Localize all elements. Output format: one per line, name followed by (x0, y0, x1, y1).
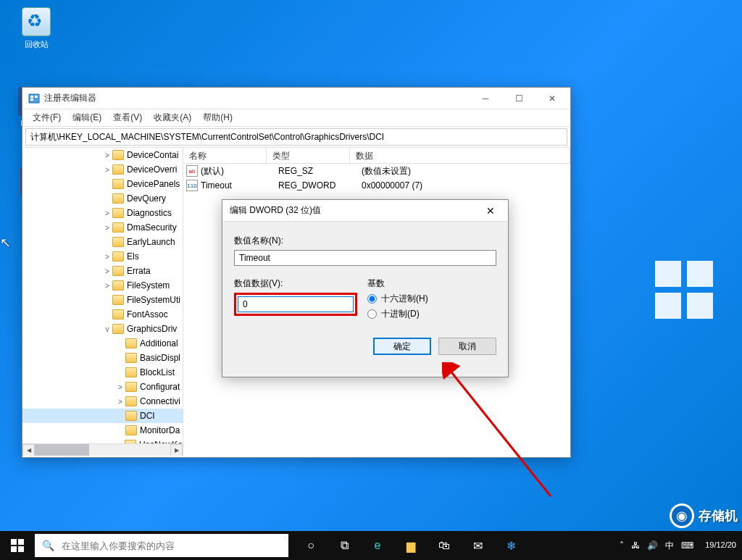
windows-icon (11, 539, 24, 552)
tree-label: Errata (127, 266, 151, 276)
tree-item-fontassoc[interactable]: FontAssoc (22, 307, 183, 322)
tree-label: DeviceOverri (127, 164, 177, 175)
svg-rect-5 (11, 539, 17, 545)
ok-button[interactable]: 确定 (373, 338, 431, 355)
tree-expander-icon[interactable]: > (102, 267, 112, 275)
taskbar-clock[interactable]: 19/12/20 (699, 540, 742, 550)
tree-item-graphicsdriv[interactable]: vGraphicsDriv (22, 322, 183, 336)
radio-dec[interactable]: 十进制(D) (367, 308, 496, 320)
tree-item-connectivi[interactable]: >Connectivi (22, 394, 183, 409)
value-row[interactable]: ab(默认)REG_SZ(数值未设置) (183, 164, 570, 178)
column-name[interactable]: 名称 (183, 148, 267, 163)
explorer-icon[interactable]: ▆ (394, 531, 428, 560)
tray-network-icon[interactable]: 🖧 (631, 540, 640, 551)
menubar: 文件(F) 编辑(E) 查看(V) 收藏夹(A) 帮助(H) (22, 109, 570, 127)
menu-view[interactable]: 查看(V) (107, 109, 148, 126)
taskbar-search[interactable]: 🔍 (35, 534, 288, 557)
window-title: 注册表编辑器 (44, 92, 469, 104)
tree-expander-icon[interactable]: v (102, 325, 112, 333)
radio-hex-input[interactable] (367, 294, 377, 304)
tree-expander-icon[interactable]: > (102, 166, 112, 174)
folder-icon (112, 280, 124, 291)
column-type[interactable]: 类型 (267, 148, 350, 163)
menu-file[interactable]: 文件(F) (27, 109, 67, 126)
name-label: 数值名称(N): (234, 235, 496, 247)
titlebar: 注册表编辑器 ─ ☐ ✕ (22, 88, 570, 109)
desktop-recycle-bin[interactable]: 回收站 (14, 7, 58, 50)
dialog-close-button[interactable]: ✕ (476, 201, 505, 221)
tree-item-dci[interactable]: DCI (22, 409, 183, 423)
tree-expander-icon[interactable]: > (102, 151, 112, 159)
tree-expander-icon[interactable]: > (102, 282, 112, 290)
tray-keyboard-icon[interactable]: ⌨ (681, 540, 693, 551)
regedit-window: 注册表编辑器 ─ ☐ ✕ 文件(F) 编辑(E) 查看(V) 收藏夹(A) 帮助… (22, 87, 571, 458)
task-view-icon[interactable]: ⧉ (328, 531, 361, 560)
tree-item-errata[interactable]: >Errata (22, 264, 183, 278)
tree-item-basicdispl[interactable]: BasicDispl (22, 351, 183, 365)
tree-item-devicecontai[interactable]: >DeviceContai (22, 148, 183, 162)
tree-expander-icon[interactable]: > (102, 209, 112, 217)
tree-item-filesystem[interactable]: >FileSystem (22, 278, 183, 293)
cancel-button[interactable]: 取消 (438, 338, 496, 355)
tree-expander-icon[interactable]: > (102, 253, 112, 261)
tree-item-devquery[interactable]: DevQuery (22, 191, 183, 206)
tree-item-diagnostics[interactable]: >Diagnostics (22, 206, 183, 220)
start-button[interactable] (0, 531, 35, 560)
tree-item-blocklist[interactable]: BlockList (22, 365, 183, 380)
folder-icon (125, 338, 137, 348)
radio-dec-input[interactable] (367, 309, 377, 319)
value-row[interactable]: 110TimeoutREG_DWORD0x00000007 (7) (183, 178, 570, 193)
tray-ime[interactable]: 中 (665, 540, 674, 552)
tree-item-deviceoverri[interactable]: >DeviceOverri (22, 162, 183, 177)
tree-item-dmasecurity[interactable]: >DmaSecurity (22, 220, 183, 235)
tree-horizontal-scrollbar[interactable]: ◀ ▶ (22, 443, 183, 456)
taskbar: 🔍 ○ ⧉ e ▆ 🛍 ✉ ❄ ˄ 🖧 🔊 中 ⌨ 19/12/20 (0, 531, 742, 560)
address-bar[interactable]: 计算机\HKEY_LOCAL_MACHINE\SYSTEM\CurrentCon… (25, 128, 567, 146)
tree-item-filesystemuti[interactable]: FileSystemUti (22, 293, 183, 307)
store-icon[interactable]: 🛍 (428, 531, 461, 560)
data-label: 数值数据(V): (234, 277, 357, 290)
recycle-bin-label: 回收站 (14, 39, 58, 50)
app-taskbar-icon[interactable]: ❄ (494, 531, 528, 560)
tree-label: DeviceContai (127, 150, 178, 160)
tree-expander-icon[interactable]: > (115, 383, 125, 391)
data-input[interactable] (238, 296, 354, 312)
tray-volume-icon[interactable]: 🔊 (647, 540, 658, 551)
tree-scroll[interactable]: >DeviceContai>DeviceOverriDevicePanelsDe… (22, 148, 183, 456)
radio-hex[interactable]: 十六进制(H) (367, 293, 496, 305)
folder-icon (112, 324, 124, 334)
tree-item-devicepanels[interactable]: DevicePanels (22, 177, 183, 191)
menu-favorites[interactable]: 收藏夹(A) (148, 109, 197, 126)
watermark: ◉ 存储机 (670, 503, 738, 528)
tree-label: Connectivi (140, 396, 180, 406)
tree-item-els[interactable]: >Els (22, 249, 183, 264)
column-data[interactable]: 数据 (350, 148, 570, 163)
scroll-thumb[interactable] (35, 444, 89, 456)
maximize-button[interactable]: ☐ (502, 88, 535, 109)
tree-pane: >DeviceContai>DeviceOverriDevicePanelsDe… (22, 148, 183, 456)
tree-label: FileSystem (127, 280, 170, 291)
tree-item-monitorda[interactable]: MonitorDa (22, 423, 183, 438)
tree-expander-icon[interactable]: > (102, 224, 112, 232)
tree-item-additional[interactable]: Additional (22, 336, 183, 351)
cursor-icon: ↖ (0, 235, 11, 251)
menu-edit[interactable]: 编辑(E) (67, 109, 107, 126)
value-name: Timeout (201, 180, 278, 191)
folder-icon (125, 396, 137, 406)
minimize-button[interactable]: ─ (469, 88, 502, 109)
cortana-icon[interactable]: ○ (294, 531, 328, 560)
svg-rect-1 (30, 96, 33, 98)
close-button[interactable]: ✕ (535, 88, 569, 109)
tree-item-earlylaunch[interactable]: EarlyLaunch (22, 235, 183, 249)
tree-item-configurat[interactable]: >Configurat (22, 380, 183, 394)
mail-icon[interactable]: ✉ (461, 531, 494, 560)
scroll-right-button[interactable]: ▶ (170, 444, 183, 456)
search-input[interactable] (62, 540, 281, 551)
tree-expander-icon[interactable]: > (115, 398, 125, 406)
menu-help[interactable]: 帮助(H) (197, 109, 238, 126)
edge-icon[interactable]: e (361, 531, 394, 560)
folder-icon (125, 353, 137, 363)
tray-chevron-icon[interactable]: ˄ (620, 540, 624, 551)
scroll-left-button[interactable]: ◀ (22, 444, 35, 456)
value-type-icon: ab (186, 165, 198, 177)
